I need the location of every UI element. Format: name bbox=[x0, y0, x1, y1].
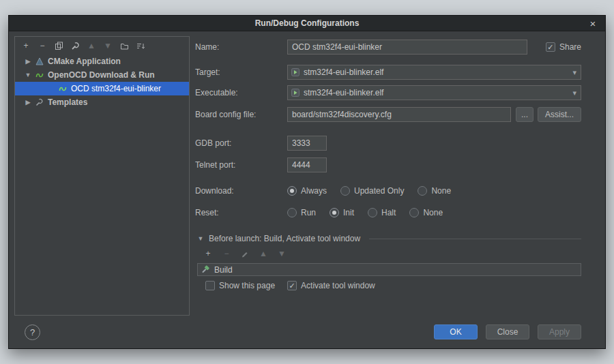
move-up-icon: ▲ bbox=[86, 40, 97, 51]
help-button[interactable]: ? bbox=[25, 324, 40, 340]
checkbox-icon: ✓ bbox=[546, 42, 555, 52]
apply-button[interactable]: Apply bbox=[538, 324, 581, 339]
edit-defaults-icon[interactable] bbox=[70, 40, 81, 51]
remove-task-icon: − bbox=[221, 248, 232, 259]
name-label: Name: bbox=[195, 42, 287, 52]
tree-item-ocd-blinker-selected[interactable]: OCD stm32f4-eui-blinker bbox=[15, 82, 189, 95]
radio-icon bbox=[418, 186, 427, 196]
tree-item-label: CMake Application bbox=[48, 57, 121, 66]
templates-wrench-icon bbox=[35, 98, 44, 106]
chevron-down-icon[interactable]: ▼ bbox=[25, 72, 31, 78]
build-hammer-icon bbox=[201, 265, 210, 274]
dialog-footer: ? OK Close Apply bbox=[25, 324, 581, 340]
executable-label: Executable: bbox=[195, 88, 287, 97]
radio-icon bbox=[409, 208, 419, 217]
download-label: Download: bbox=[195, 186, 287, 196]
tree-item-label: Templates bbox=[48, 97, 87, 107]
tree-item-cmake-application[interactable]: ▶ CMake Application bbox=[15, 55, 189, 68]
tree-item-templates[interactable]: ▶ Templates bbox=[15, 95, 189, 109]
reset-radio-none[interactable]: None bbox=[409, 208, 443, 217]
board-config-label: Board config file: bbox=[195, 110, 287, 119]
before-launch-title: Before launch: Build, Activate tool wind… bbox=[209, 234, 360, 243]
executable-value: stm32f4-eui-blinker.elf bbox=[304, 88, 383, 97]
add-configuration-icon[interactable]: + bbox=[20, 40, 31, 51]
download-radio-always[interactable]: Always bbox=[287, 186, 327, 196]
copy-configuration-icon[interactable] bbox=[53, 40, 64, 51]
ok-button[interactable]: OK bbox=[434, 324, 478, 339]
activate-tool-window-label: Activate tool window bbox=[301, 281, 375, 290]
task-label: Build bbox=[214, 265, 233, 275]
executable-row: Executable: stm32f4-eui-blinker.elf ▾ bbox=[195, 85, 581, 100]
radio-label: Init bbox=[343, 208, 354, 217]
show-this-page-checkbox[interactable]: Show this page bbox=[205, 281, 275, 290]
share-checkbox[interactable]: ✓ Share bbox=[546, 42, 581, 52]
target-row: Target: stm32f4-eui-blinker.elf ▾ bbox=[195, 65, 581, 80]
move-down-icon: ▼ bbox=[102, 40, 113, 51]
configurations-tree-panel: + − ▲ ▼ ▶ CMake Application bbox=[14, 36, 190, 316]
openocd-run-config-icon bbox=[59, 85, 67, 93]
radio-icon bbox=[287, 208, 297, 217]
dialog-option-checkboxes: Show this page ✓ Activate tool window bbox=[205, 279, 375, 292]
chevron-right-icon[interactable]: ▶ bbox=[25, 58, 31, 65]
download-radio-none[interactable]: None bbox=[418, 186, 451, 196]
telnet-port-input[interactable] bbox=[287, 157, 327, 172]
cmake-application-icon bbox=[35, 57, 44, 65]
separator-line bbox=[369, 239, 581, 239]
board-config-row: Board config file: ... Assist... bbox=[195, 107, 581, 122]
share-label: Share bbox=[559, 42, 581, 52]
chevron-right-icon[interactable]: ▶ bbox=[25, 99, 31, 106]
show-this-page-label: Show this page bbox=[219, 281, 275, 290]
gdb-port-input[interactable] bbox=[287, 136, 327, 151]
chevron-down-icon: ▾ bbox=[572, 89, 576, 97]
chevron-down-icon[interactable]: ▼ bbox=[197, 235, 204, 242]
before-launch-task-build[interactable]: Build bbox=[197, 263, 581, 276]
new-folder-icon[interactable] bbox=[119, 40, 130, 51]
telnet-port-row: Telnet port: bbox=[195, 157, 581, 172]
gdb-port-label: GDB port: bbox=[195, 138, 287, 148]
task-down-icon: ▼ bbox=[276, 248, 287, 259]
remove-configuration-icon[interactable]: − bbox=[37, 40, 48, 51]
edit-task-icon bbox=[239, 248, 250, 259]
download-row: Download: Always Updated Only None bbox=[195, 183, 581, 198]
board-config-input[interactable] bbox=[287, 107, 511, 122]
name-input[interactable] bbox=[287, 40, 527, 55]
dialog-titlebar[interactable]: Run/Debug Configurations × bbox=[9, 16, 605, 31]
activate-tool-window-checkbox[interactable]: ✓ Activate tool window bbox=[287, 281, 375, 290]
gdb-port-row: GDB port: bbox=[195, 136, 581, 151]
tree-item-label: OpenOCD Download & Run bbox=[48, 70, 155, 80]
run-debug-configurations-dialog: Run/Debug Configurations × + − ▲ ▼ ▶ bbox=[8, 15, 606, 349]
target-value: stm32f4-eui-blinker.elf bbox=[304, 67, 383, 77]
radio-icon bbox=[287, 186, 297, 196]
radio-label: Updated Only bbox=[354, 186, 404, 196]
checkbox-icon: ✓ bbox=[287, 281, 297, 290]
assist-button[interactable]: Assist... bbox=[538, 107, 581, 122]
reset-radio-halt[interactable]: Halt bbox=[368, 208, 396, 217]
reset-label: Reset: bbox=[195, 208, 287, 217]
reset-radio-run[interactable]: Run bbox=[287, 208, 316, 217]
add-task-icon[interactable]: + bbox=[203, 248, 214, 259]
radio-icon bbox=[340, 186, 350, 196]
radio-icon bbox=[330, 208, 339, 217]
radio-label: None bbox=[423, 208, 443, 217]
reset-row: Reset: Run Init Halt None bbox=[195, 205, 581, 220]
sort-configurations-icon[interactable] bbox=[135, 40, 146, 51]
executable-combobox[interactable]: stm32f4-eui-blinker.elf ▾ bbox=[287, 85, 581, 100]
target-combobox[interactable]: stm32f4-eui-blinker.elf ▾ bbox=[287, 65, 581, 80]
close-button[interactable]: Close bbox=[486, 324, 529, 339]
elf-file-icon bbox=[291, 89, 299, 97]
openocd-icon bbox=[35, 71, 44, 79]
reset-radio-init[interactable]: Init bbox=[330, 208, 354, 217]
checkbox-icon bbox=[205, 281, 215, 290]
download-radio-updated-only[interactable]: Updated Only bbox=[340, 186, 404, 196]
dialog-title: Run/Debug Configurations bbox=[255, 18, 360, 28]
close-icon[interactable]: × bbox=[587, 16, 599, 31]
radio-label: Run bbox=[301, 208, 316, 217]
before-launch-header[interactable]: ▼ Before launch: Build, Activate tool wi… bbox=[197, 232, 581, 245]
tree-item-label: OCD stm32f4-eui-blinker bbox=[71, 84, 161, 93]
radio-label: Always bbox=[301, 186, 327, 196]
browse-button[interactable]: ... bbox=[516, 107, 533, 122]
name-row: Name: ✓ Share bbox=[195, 40, 581, 55]
before-launch-toolbar: + − ▲ ▼ bbox=[203, 247, 287, 260]
tree-item-openocd-group[interactable]: ▼ OpenOCD Download & Run bbox=[15, 68, 189, 82]
radio-label: None bbox=[431, 186, 451, 196]
